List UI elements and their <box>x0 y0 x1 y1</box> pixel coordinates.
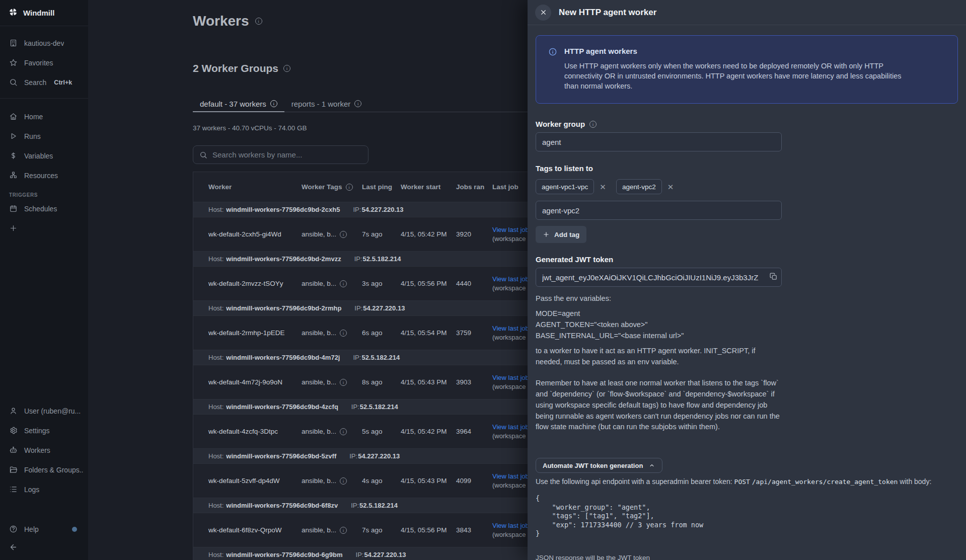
tab-default[interactable]: default - 37 workers <box>193 96 284 112</box>
worker-groups-title: 2 Worker Groups <box>193 62 290 74</box>
info-icon[interactable] <box>340 330 347 337</box>
sidebar-item-folders-groups[interactable]: Folders & Groups... <box>0 460 88 479</box>
host-prefix: Host: <box>208 255 224 263</box>
jwt-token-input[interactable] <box>536 268 782 287</box>
worker-name: wk-default-6f8zv-QrpoW <box>208 526 302 534</box>
host-name: windmill-workers-77596dc9bd-4m72j <box>226 354 340 361</box>
info-icon <box>270 100 277 107</box>
jobs-ran-cell: 3759 <box>456 329 492 337</box>
info-icon[interactable] <box>340 379 347 386</box>
info-icon[interactable] <box>340 527 347 534</box>
jobs-ran-cell: 4440 <box>456 280 492 287</box>
column-header: Worker <box>208 183 302 191</box>
host-prefix: Host: <box>208 551 224 558</box>
view-last-job-link[interactable]: View last job <box>492 226 529 233</box>
http-agent-info-box: HTTP agent workers Use HTTP agent worker… <box>536 35 958 104</box>
tab-label: reports - 1 worker <box>291 100 351 108</box>
host-name: windmill-workers-77596dc9bd-2rmhp <box>226 304 341 312</box>
tab-reports[interactable]: reports - 1 worker <box>284 96 369 112</box>
add-tag-button[interactable]: Add tag <box>536 226 586 243</box>
worker-start-cell: 4/15, 05:56 PM <box>401 526 456 534</box>
view-last-job-link[interactable]: View last job <box>492 423 529 431</box>
host-ip: IP:54.227.220.13 <box>354 304 405 312</box>
sidebar-item-user-ruben-ru[interactable]: User (ruben@ru... <box>0 401 88 421</box>
close-icon <box>540 9 547 16</box>
boxes-icon <box>9 171 18 180</box>
worker-group-label: Worker group <box>536 120 958 128</box>
view-last-job-link[interactable]: View last job <box>492 374 529 381</box>
info-box-body: Use HTTP agent workers only when the wor… <box>564 61 917 91</box>
view-last-job-link[interactable]: View last job <box>492 325 529 332</box>
host-name: windmill-workers-77596dc9bd-2cxh5 <box>226 206 340 213</box>
view-last-job-link[interactable]: View last job <box>492 472 529 480</box>
worker-start-cell: 4/15, 05:42 PM <box>401 428 456 435</box>
workers-summary: 37 workers - 40.70 vCPUs - 74.00 GB <box>193 124 307 132</box>
sidebar-item-kautious-dev[interactable]: kautious-dev <box>0 33 88 53</box>
info-icon[interactable] <box>589 121 597 128</box>
info-icon[interactable] <box>255 18 262 25</box>
plus-icon <box>9 224 18 232</box>
sidebar-item-variables[interactable]: Variables <box>0 146 88 166</box>
sidebar-item-help[interactable]: Help <box>0 519 88 539</box>
automate-jwt-toggle[interactable]: Automate JWT token generation <box>536 458 662 473</box>
arrow-left-icon <box>9 543 18 553</box>
info-icon[interactable] <box>340 428 347 435</box>
host-prefix: Host: <box>208 206 224 213</box>
copy-token-button[interactable] <box>769 272 778 282</box>
column-header: Worker start <box>401 183 456 191</box>
sidebar-workspace-section: kautious-dev Favorites Search Ctrl+k <box>0 26 88 92</box>
brand[interactable]: Windmill <box>0 0 88 26</box>
sidebar-triggers-heading: TRIGGERS <box>0 185 88 199</box>
sidebar-item-favorites[interactable]: Favorites <box>0 53 88 72</box>
new-http-agent-worker-drawer: New HTTP agent worker HTTP agent workers… <box>528 0 966 560</box>
sidebar-item-schedules[interactable]: Schedules <box>0 199 88 218</box>
play-icon <box>9 132 18 140</box>
host-ip: IP:52.5.182.214 <box>353 354 400 361</box>
sidebar-collapse-button[interactable] <box>0 539 88 557</box>
sidebar-item-search[interactable]: Search Ctrl+k <box>0 72 88 92</box>
worker-tags-cell: ansible, b... <box>302 477 362 485</box>
close-drawer-button[interactable] <box>535 5 551 21</box>
host-ip: IP:52.5.182.214 <box>354 255 401 263</box>
sidebar-item-runs[interactable]: Runs <box>0 126 88 146</box>
help-icon <box>9 525 18 533</box>
remove-tag-button[interactable]: ✕ <box>600 183 606 191</box>
worker-start-cell: 4/15, 05:43 PM <box>401 378 456 386</box>
search-workers-box <box>193 145 368 164</box>
new-tag-input[interactable] <box>536 201 782 220</box>
api-endpoint-instructions: Use the following api endpoint with a su… <box>536 477 958 486</box>
info-icon[interactable] <box>340 280 347 287</box>
plus-icon <box>543 231 550 238</box>
sidebar-item-logs[interactable]: Logs <box>0 479 88 499</box>
sidebar-item-resources[interactable]: Resources <box>0 166 88 185</box>
sidebar-item-home[interactable]: Home <box>0 107 88 126</box>
remove-tag-button[interactable]: ✕ <box>667 183 674 191</box>
host-name: windmill-workers-77596dc9bd-6f8zv <box>226 502 338 509</box>
sidebar-nav-section: Home Runs Variables Resources <box>0 102 88 185</box>
worker-groups-title-text: 2 Worker Groups <box>193 62 278 74</box>
drawer-body: HTTP agent workers Use HTTP agent worker… <box>528 25 966 560</box>
windmill-logo-icon <box>8 7 18 19</box>
worker-group-input[interactable] <box>536 132 782 151</box>
host-name: windmill-workers-77596dc9bd-5zvff <box>226 452 336 460</box>
view-last-job-link[interactable]: View last job <box>492 275 529 283</box>
host-name: windmill-workers-77596dc9bd-2mvzz <box>226 255 341 263</box>
info-icon[interactable] <box>283 65 290 72</box>
view-last-job-link[interactable]: View last job <box>492 522 529 529</box>
http-method: POST <box>734 478 750 486</box>
info-icon[interactable] <box>340 477 347 485</box>
sidebar-item-workers[interactable]: Workers <box>0 440 88 460</box>
search-icon <box>9 78 18 87</box>
last-job-workspace: (workspace <box>492 235 526 243</box>
info-icon <box>354 100 361 107</box>
info-icon[interactable] <box>340 231 347 238</box>
sidebar-item-plus[interactable] <box>0 218 88 238</box>
request-body-code: { "worker_group": "agent", "tags": ["tag… <box>536 494 958 538</box>
info-box-title: HTTP agent workers <box>564 47 917 55</box>
column-header: Last ping <box>362 183 401 191</box>
sidebar-item-settings[interactable]: Settings <box>0 421 88 440</box>
bot-icon <box>9 446 18 454</box>
env-lines: MODE=agent AGENT_TOKEN="<token above>" B… <box>536 308 958 341</box>
search-workers-input[interactable] <box>212 150 362 159</box>
sidebar-bottom-section: User (ruben@ru... Settings Workers Folde… <box>0 401 88 499</box>
